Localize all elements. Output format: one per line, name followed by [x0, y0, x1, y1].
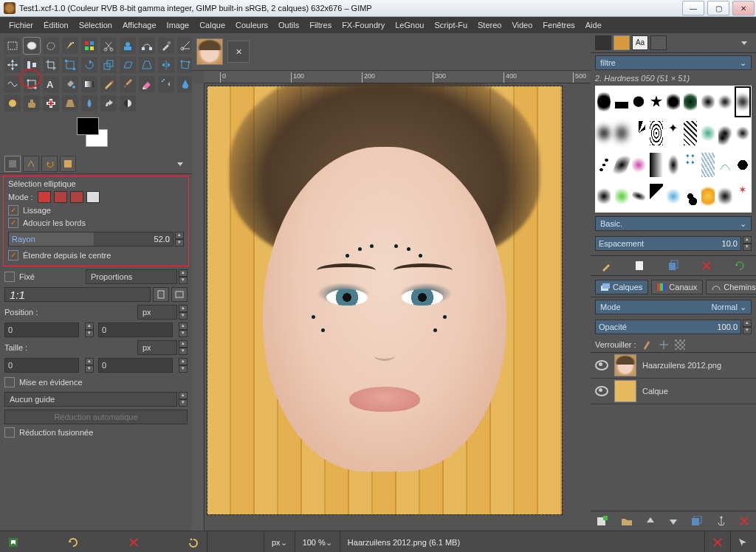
- opacity-slider[interactable]: Opacité 100.0: [595, 320, 741, 334]
- tool-scale[interactable]: [100, 57, 117, 73]
- ruler-vertical[interactable]: [192, 83, 205, 531]
- layer-row[interactable]: Calque: [591, 379, 756, 404]
- tool-perspective-clone[interactable]: [62, 95, 78, 111]
- opacity-spinner[interactable]: ▴▾: [743, 320, 752, 334]
- menu-image[interactable]: Image: [162, 18, 194, 32]
- size-unit-spinner[interactable]: ▴▾: [179, 340, 188, 355]
- tab-fonts-icon[interactable]: Aa: [632, 35, 648, 50]
- layer-row[interactable]: Haarzuilens 2012.png: [591, 353, 756, 379]
- tool-warp[interactable]: [4, 76, 21, 92]
- mode-subtract[interactable]: [70, 191, 83, 203]
- radius-spinner[interactable]: ▴▾: [175, 232, 184, 246]
- brush-preset-select[interactable]: Basic.⌄: [595, 216, 752, 231]
- menu-edit[interactable]: Édition: [39, 18, 73, 32]
- size-w-spinner[interactable]: ▴▾: [85, 358, 94, 373]
- tool-free-select[interactable]: [43, 38, 59, 54]
- save-options-icon[interactable]: [7, 537, 19, 548]
- fg-bg-swatches[interactable]: [77, 117, 111, 151]
- mode-intersect[interactable]: [86, 191, 100, 203]
- tool-smudge[interactable]: [100, 95, 117, 111]
- tab-tool-options[interactable]: [4, 156, 21, 172]
- tool-ellipse-select[interactable]: [24, 38, 40, 54]
- minimize-button[interactable]: —: [682, 1, 704, 15]
- lock-position-icon[interactable]: [659, 339, 669, 350]
- mode-replace[interactable]: [38, 191, 51, 203]
- tool-by-color-select[interactable]: [81, 38, 97, 54]
- brush-dock-menu-icon[interactable]: [741, 41, 747, 45]
- brush-grid[interactable]: ✦ ✦✦✦✦: [595, 86, 752, 213]
- menu-view[interactable]: Affichage: [118, 18, 161, 32]
- expand-center-checkbox[interactable]: [8, 250, 18, 261]
- tool-handle-transform[interactable]: [24, 76, 40, 92]
- tool-text[interactable]: A: [43, 76, 59, 92]
- tool-unified-transform[interactable]: [62, 57, 78, 73]
- ruler-horizontal[interactable]: 0 100 200 300 400 500: [204, 71, 591, 83]
- autoshrink-button[interactable]: Réduction automatique: [4, 410, 188, 424]
- anchor-layer-icon[interactable]: [715, 516, 727, 526]
- menu-select[interactable]: Sélection: [75, 18, 117, 32]
- tool-airbrush[interactable]: [158, 76, 174, 92]
- tool-mypaint[interactable]: [4, 95, 21, 111]
- position-unit-spinner[interactable]: ▴▾: [179, 305, 188, 320]
- size-h-spinner[interactable]: ▴▾: [179, 358, 188, 373]
- size-h-input[interactable]: 0: [98, 358, 173, 373]
- mode-add[interactable]: [54, 191, 67, 203]
- tool-paintbrush[interactable]: [120, 76, 136, 92]
- spacing-slider[interactable]: Espacement 10.0: [595, 236, 741, 251]
- tool-color-picker[interactable]: [158, 38, 174, 54]
- new-layer-icon[interactable]: [597, 516, 608, 526]
- tool-bucket-fill[interactable]: [62, 76, 78, 92]
- tool-crop[interactable]: [43, 57, 59, 73]
- brush-filter[interactable]: filtre⌄: [595, 55, 752, 70]
- visibility-icon[interactable]: [595, 360, 608, 370]
- tool-cage[interactable]: [177, 57, 193, 73]
- highlight-checkbox[interactable]: [4, 377, 15, 387]
- menu-file[interactable]: Fichier: [4, 18, 38, 32]
- tab-images[interactable]: [60, 156, 76, 172]
- new-group-icon[interactable]: [621, 516, 633, 526]
- lock-alpha-icon[interactable]: [675, 339, 685, 350]
- menu-colors[interactable]: Couleurs: [231, 18, 272, 32]
- tool-rotate[interactable]: [81, 57, 97, 73]
- fixed-spinner[interactable]: ▴▾: [179, 269, 188, 284]
- tool-flip[interactable]: [158, 57, 174, 73]
- visibility-icon[interactable]: [595, 386, 608, 396]
- tool-heal[interactable]: [43, 95, 59, 111]
- shrink-merged-checkbox[interactable]: [4, 427, 15, 438]
- delete-layer-icon[interactable]: [739, 516, 749, 526]
- tab-device-status[interactable]: [23, 156, 39, 172]
- fg-color[interactable]: [77, 117, 99, 135]
- maximize-button[interactable]: ▢: [707, 1, 729, 15]
- tab-patterns-icon[interactable]: [614, 35, 630, 50]
- tool-fuzzy-select[interactable]: [62, 38, 78, 54]
- size-w-input[interactable]: 0: [4, 358, 79, 373]
- feather-checkbox[interactable]: [8, 218, 18, 228]
- tool-ink[interactable]: [177, 76, 193, 92]
- fixed-checkbox[interactable]: [4, 272, 15, 282]
- tab-undo-history[interactable]: [41, 156, 58, 172]
- menu-help[interactable]: Aide: [581, 18, 606, 32]
- tool-foreground-select[interactable]: [120, 38, 136, 54]
- edit-brush-icon[interactable]: [601, 260, 613, 272]
- tool-blur[interactable]: [81, 95, 97, 111]
- pos-x-spinner[interactable]: ▴▾: [85, 322, 94, 337]
- navigate-icon[interactable]: [738, 538, 747, 547]
- delete-brush-icon[interactable]: [701, 260, 712, 272]
- pos-y-input[interactable]: 0: [98, 322, 173, 337]
- menu-layer[interactable]: Calque: [195, 18, 230, 32]
- tool-scissors[interactable]: [100, 38, 117, 54]
- raise-layer-icon[interactable]: [645, 516, 656, 526]
- layer-name[interactable]: Calque: [642, 387, 668, 396]
- fixed-select[interactable]: Proportions: [86, 269, 177, 284]
- tool-clone[interactable]: [24, 95, 40, 111]
- close-tab-button[interactable]: ✕: [227, 41, 250, 63]
- menu-windows[interactable]: Fenêtres: [538, 18, 579, 32]
- menu-stereo[interactable]: Stereo: [473, 18, 506, 32]
- delete-options-icon[interactable]: [128, 537, 140, 548]
- antialias-checkbox[interactable]: [8, 205, 18, 215]
- tool-pencil[interactable]: [100, 76, 117, 92]
- tool-gradient[interactable]: [81, 76, 97, 92]
- spacing-spinner[interactable]: ▴▾: [743, 236, 752, 251]
- pos-y-spinner[interactable]: ▴▾: [179, 322, 188, 337]
- unit-select[interactable]: px ⌄: [264, 531, 295, 552]
